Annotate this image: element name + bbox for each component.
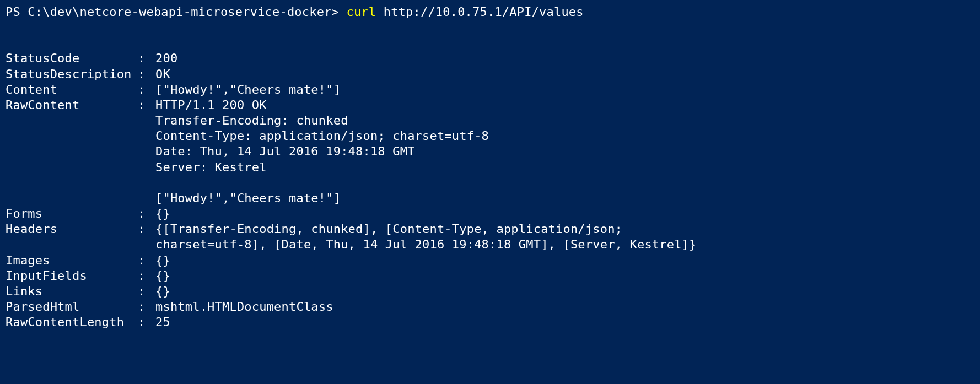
value-content: ["Howdy!","Cheers mate!"] [155,82,974,98]
label-inputfields: InputFields [6,268,138,284]
value-links: {} [155,284,974,299]
value-inputfields: {} [155,268,974,284]
output-row-rawcontent: RawContent: HTTP/1.1 200 OK [6,98,974,113]
blank-line [6,175,974,191]
output-row-parsedhtml: ParsedHtml: mshtml.HTMLDocumentClass [6,299,974,315]
colon: : [138,315,155,330]
value-rawcontent-5: Server: Kestrel [6,160,974,175]
prompt-line[interactable]: PS C:\dev\netcore-webapi-microservice-do… [6,4,974,20]
label-content: Content [6,82,138,98]
value-forms: {} [155,206,974,221]
command-args: http://10.0.75.1/API/values [376,5,583,19]
value-rawcontent-1: HTTP/1.1 200 OK [155,98,974,113]
colon: : [138,268,155,284]
label-forms: Forms [6,206,138,221]
colon: : [138,82,155,98]
value-headers-2: charset=utf-8], [Date, Thu, 14 Jul 2016 … [6,237,974,252]
prompt-prefix: PS C:\dev\netcore-webapi-microservice-do… [6,5,346,19]
label-statuscode: StatusCode [6,51,138,66]
colon: : [138,51,155,66]
value-headers-1: {[Transfer-Encoding, chunked], [Content-… [155,221,974,237]
value-rawcontent-2: Transfer-Encoding: chunked [6,113,974,128]
colon: : [138,67,155,82]
blank-line [6,20,974,35]
command-name: curl [346,5,376,19]
value-rawcontentlength: 25 [155,315,974,330]
output-row-forms: Forms: {} [6,206,974,221]
value-images: {} [155,253,974,268]
label-rawcontentlength: RawContentLength [6,315,138,330]
output-row-rawcontentlength: RawContentLength: 25 [6,315,974,330]
label-headers: Headers [6,221,138,237]
label-parsedhtml: ParsedHtml [6,299,138,315]
colon: : [138,206,155,221]
value-statuscode: 200 [155,51,974,66]
label-statusdescription: StatusDescription [6,67,138,82]
colon: : [138,98,155,113]
blank-line [6,35,974,51]
colon: : [138,221,155,237]
value-rawcontent-6: ["Howdy!","Cheers mate!"] [6,191,974,206]
colon: : [138,299,155,315]
output-row-links: Links: {} [6,284,974,299]
value-rawcontent-4: Date: Thu, 14 Jul 2016 19:48:18 GMT [6,144,974,159]
value-rawcontent-3: Content-Type: application/json; charset=… [6,128,974,144]
value-parsedhtml: mshtml.HTMLDocumentClass [155,299,974,315]
output-row-images: Images: {} [6,253,974,268]
label-images: Images [6,253,138,268]
value-statusdescription: OK [155,67,974,82]
output-row-content: Content: ["Howdy!","Cheers mate!"] [6,82,974,98]
colon: : [138,284,155,299]
output-row-statuscode: StatusCode: 200 [6,51,974,66]
output-row-headers: Headers: {[Transfer-Encoding, chunked], … [6,221,974,237]
output-row-statusdescription: StatusDescription: OK [6,67,974,82]
label-rawcontent: RawContent [6,98,138,113]
output-row-inputfields: InputFields: {} [6,268,974,284]
colon: : [138,253,155,268]
label-links: Links [6,284,138,299]
